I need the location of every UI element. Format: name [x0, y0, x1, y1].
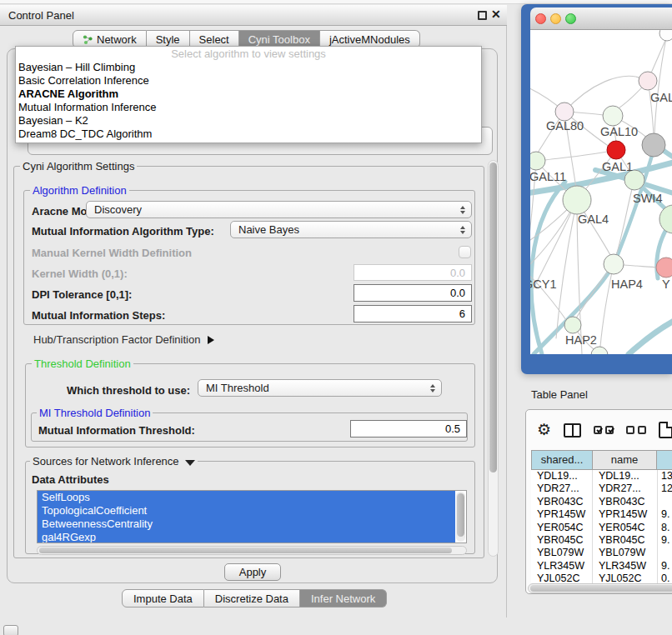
sources-group-title[interactable]: Sources for Network Inference	[30, 455, 198, 468]
column-header-name[interactable]: name	[592, 450, 657, 470]
table-cell: YER054C	[531, 522, 593, 534]
which-threshold-value: MI Threshold	[206, 382, 269, 394]
collapsed-panel-button[interactable]	[3, 625, 18, 635]
scrollbar-thumb[interactable]	[39, 548, 452, 553]
table-cell: YDL19...	[593, 470, 658, 482]
network-node[interactable]	[659, 30, 672, 41]
columns-icon[interactable]	[564, 423, 581, 438]
hub-definition-text: Hub/Transcription Factor Definition	[33, 333, 200, 346]
node-label-gal11: GAL11	[530, 170, 566, 183]
network-node-gal4[interactable]	[563, 186, 591, 214]
scrollbar-thumb[interactable]	[457, 493, 464, 537]
network-node[interactable]	[642, 133, 665, 157]
node-label-gal: GAL	[650, 91, 672, 104]
table-body: YDL19...YDL19...13YDR27...YDR27...12YBR0…	[531, 470, 672, 586]
table-cell: 8.	[658, 522, 672, 534]
network-node-hap4[interactable]	[604, 254, 624, 274]
bottom-tab-discretize-data[interactable]: Discretize Data	[204, 589, 300, 608]
scrollbar-thumb[interactable]	[489, 162, 497, 472]
data-attribute-item-topologicalcoefficient[interactable]: TopologicalCoefficient	[38, 504, 455, 518]
bottom-tab-infer-network[interactable]: Infer Network	[300, 589, 387, 608]
network-canvas[interactable]: GALGAL80GAL10GAL1GAL11SWI4GAL4GCY1HAP4YH…	[530, 30, 672, 354]
table-row[interactable]: YLR345WYLR345W9.	[531, 560, 672, 572]
table-cell: YBR043C	[531, 496, 593, 508]
manual-kernel-width-checkbox[interactable]	[459, 246, 471, 258]
table-row[interactable]: YER054CYER054C8.	[531, 522, 672, 534]
network-node-gal80[interactable]	[555, 102, 574, 121]
mi-threshold-field[interactable]	[350, 420, 467, 438]
network-node-y[interactable]	[656, 258, 672, 278]
algorithm-option-dream8-dc-tdc-algorithm[interactable]: Dream8 DC_TDC Algorithm	[16, 128, 481, 141]
table-row[interactable]: YBL079WYBL079W	[531, 547, 672, 559]
threshold-definition-title: Threshold Definition	[32, 358, 133, 370]
data-attribute-item-betweennesscentrality[interactable]: BetweennessCentrality	[38, 518, 455, 531]
apply-button[interactable]: Apply	[224, 563, 281, 581]
node-label-hap4: HAP4	[611, 278, 643, 291]
algorithm-option-aracne-algorithm[interactable]: ARACNE Algorithm	[16, 88, 481, 101]
node-label-gcy1: GCY1	[530, 278, 557, 291]
table-row[interactable]: YDL19...YDL19...13	[531, 470, 672, 482]
algorithm-option-basic-correlation-inference[interactable]: Basic Correlation Inference	[16, 74, 481, 88]
close-icon[interactable]: ✕	[491, 8, 501, 21]
mi-steps-field[interactable]	[354, 305, 472, 322]
network-node-gal[interactable]	[639, 72, 657, 90]
network-node[interactable]	[659, 205, 672, 233]
hub-definition-label[interactable]: Hub/Transcription Factor Definition	[33, 333, 214, 346]
table-row[interactable]: YDR27...YDR27...12	[531, 482, 672, 495]
aracne-mode-value: Discovery	[94, 203, 142, 216]
select-all-checkboxes-icon[interactable]	[594, 426, 614, 434]
data-attributes-list[interactable]: SelfLoopsTopologicalCoefficientBetweenne…	[37, 490, 467, 543]
table-header: shared...name	[531, 450, 672, 470]
data-attribute-item-selfloops[interactable]: SelfLoops	[38, 491, 455, 504]
algorithm-option-bayesian-k2[interactable]: Bayesian – K2	[16, 114, 481, 128]
algorithm-option-mutual-information-inference[interactable]: Mutual Information Inference	[16, 101, 481, 114]
column-header-shared[interactable]: shared...	[531, 450, 593, 470]
data-attribute-item-gal4rgexp[interactable]: gal4RGexp	[38, 531, 455, 543]
traffic-light-zoom-icon[interactable]	[565, 13, 576, 24]
table-cell: 9.	[658, 508, 672, 521]
kernel-width-label: Kernel Width (0,1):	[32, 268, 128, 280]
network-node[interactable]	[591, 347, 608, 354]
which-threshold-label: Which threshold to use:	[67, 384, 190, 397]
table-horizontal-scrollbar[interactable]	[528, 583, 672, 593]
which-threshold-select[interactable]: MI Threshold	[198, 379, 442, 397]
mi-threshold-definition-title: MI Threshold Definition	[37, 407, 153, 419]
table-row[interactable]: YBR043CYBR043C	[531, 496, 672, 508]
gear-icon[interactable]: ⚙	[537, 420, 551, 440]
node-label-gal1: GAL1	[602, 160, 633, 173]
deselect-all-checkboxes-icon[interactable]	[626, 426, 646, 434]
network-node-gal1[interactable]	[607, 141, 625, 159]
tab-label: Select	[199, 33, 229, 46]
network-edge[interactable]	[534, 200, 577, 288]
network-node-gal10[interactable]	[603, 106, 623, 126]
node-label-gal4: GAL4	[578, 212, 609, 226]
attributes-vertical-scrollbar[interactable]	[456, 492, 465, 542]
traffic-light-close-icon[interactable]	[535, 13, 546, 24]
mi-algorithm-type-select[interactable]: Naive Bayes	[230, 221, 472, 238]
table-cell: 13	[658, 470, 672, 482]
collapse-down-icon[interactable]	[185, 460, 195, 466]
algorithm-option-bayesian-hill-climbing[interactable]: Bayesian – Hill Climbing	[16, 61, 481, 74]
control-panel-title: Control Panel	[8, 9, 74, 22]
network-node-gal11[interactable]	[530, 152, 545, 170]
float-window-icon[interactable]	[478, 11, 487, 20]
network-window-titlebar[interactable]	[530, 8, 672, 30]
new-table-icon[interactable]	[659, 422, 672, 438]
scrollbar-thumb[interactable]	[530, 585, 672, 592]
table-row[interactable]: YPR145WYPR145W9.	[531, 508, 672, 521]
dpi-tolerance-field[interactable]	[354, 284, 472, 302]
aracne-mode-select[interactable]: Discovery	[86, 201, 472, 218]
kernel-width-field[interactable]	[354, 264, 472, 281]
table-row[interactable]: YBR045CYBR045C9.	[531, 534, 672, 547]
network-edge[interactable]	[544, 150, 616, 160]
column-header-2[interactable]	[656, 450, 672, 470]
attributes-horizontal-scrollbar[interactable]	[37, 546, 467, 555]
network-edge[interactable]	[629, 319, 672, 354]
network-node-hap2[interactable]	[564, 317, 581, 333]
bottom-tab-impute-data[interactable]: Impute Data	[122, 589, 204, 608]
table-toolbar: ⚙	[537, 419, 672, 441]
sources-title-text: Sources for Network Inference	[33, 455, 179, 468]
traffic-light-minimize-icon[interactable]	[550, 13, 561, 24]
settings-vertical-scrollbar[interactable]	[488, 160, 499, 557]
expand-right-icon[interactable]	[208, 336, 214, 344]
